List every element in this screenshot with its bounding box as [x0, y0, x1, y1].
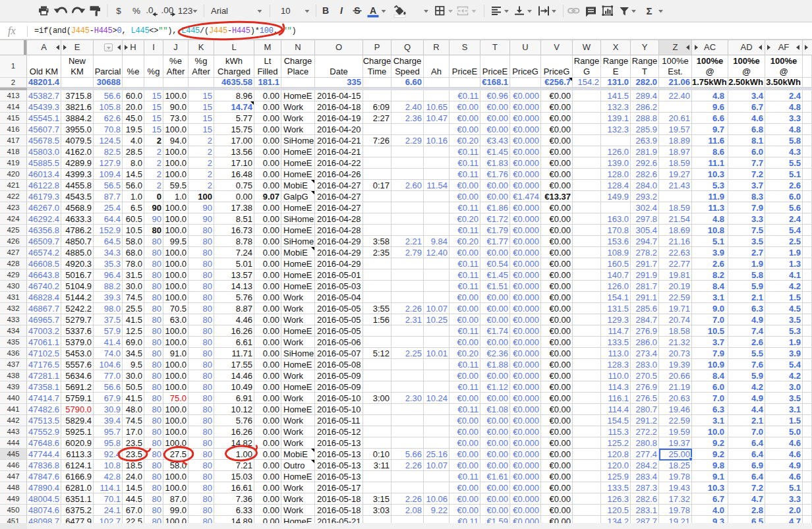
- svg-text:123: 123: [178, 6, 193, 16]
- svg-text:10: 10: [281, 6, 290, 16]
- svg-text:Arial: Arial: [211, 6, 228, 16]
- svg-text:.00: .00: [161, 5, 174, 15]
- svg-text:A: A: [370, 5, 376, 16]
- svg-text:.0: .0: [146, 5, 153, 15]
- svg-text:$: $: [116, 6, 121, 16]
- svg-text:Σ: Σ: [646, 5, 652, 16]
- svg-text:%: %: [132, 6, 140, 16]
- svg-text:I: I: [340, 5, 343, 16]
- svg-text:B: B: [322, 5, 329, 16]
